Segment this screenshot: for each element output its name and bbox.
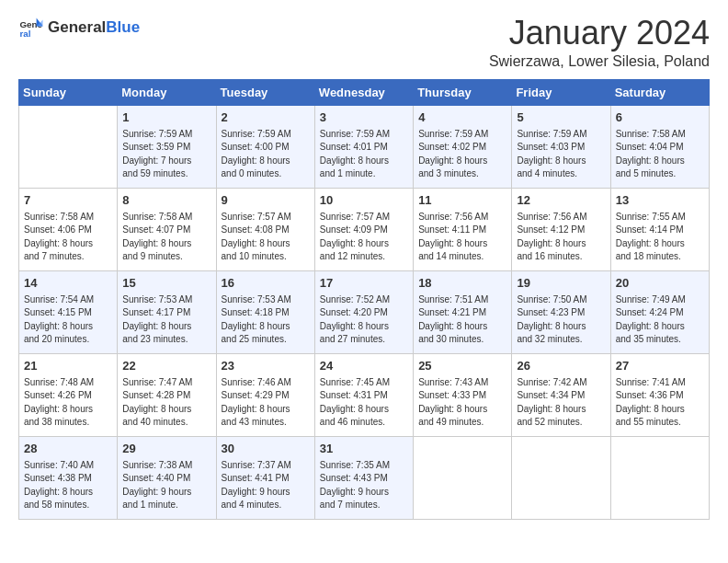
day-number: 8 [122,192,210,209]
day-info: Sunrise: 7:59 AM Sunset: 4:03 PM Dayligh… [517,128,605,181]
calendar-cell: 31Sunrise: 7:35 AM Sunset: 4:43 PM Dayli… [314,436,413,519]
day-info: Sunrise: 7:35 AM Sunset: 4:43 PM Dayligh… [320,459,408,512]
calendar-cell: 14Sunrise: 7:54 AM Sunset: 4:15 PM Dayli… [19,270,118,353]
day-number: 27 [616,358,704,374]
day-info: Sunrise: 7:37 AM Sunset: 4:41 PM Dayligh… [222,459,310,512]
day-number: 31 [320,441,408,457]
calendar-cell: 18Sunrise: 7:51 AM Sunset: 4:21 PM Dayli… [414,270,512,353]
day-info: Sunrise: 7:59 AM Sunset: 4:00 PM Dayligh… [222,128,310,181]
logo-general: General [48,18,106,36]
day-number: 3 [320,109,408,126]
calendar-cell: 21Sunrise: 7:48 AM Sunset: 4:26 PM Dayli… [19,353,118,436]
day-number: 23 [222,358,310,374]
calendar-cell: 15Sunrise: 7:53 AM Sunset: 4:17 PM Dayli… [118,270,216,353]
day-number: 24 [320,358,408,374]
day-number: 9 [222,192,310,209]
svg-text:ral: ral [19,29,30,39]
month-title: January 2024 [489,15,710,52]
day-info: Sunrise: 7:59 AM Sunset: 4:02 PM Dayligh… [418,128,506,181]
weekday-header-tuesday: Tuesday [216,79,314,105]
day-number: 26 [517,358,605,374]
header: Gene ral GeneralBlue January 2024 Swierz… [18,15,710,70]
day-info: Sunrise: 7:41 AM Sunset: 4:36 PM Dayligh… [616,376,704,430]
day-number: 10 [320,192,408,209]
day-number: 22 [122,358,210,374]
calendar-cell: 30Sunrise: 7:37 AM Sunset: 4:41 PM Dayli… [216,436,314,519]
weekday-header-saturday: Saturday [610,79,709,105]
day-info: Sunrise: 7:58 AM Sunset: 4:04 PM Dayligh… [616,128,704,181]
calendar-cell: 8Sunrise: 7:58 AM Sunset: 4:07 PM Daylig… [118,188,216,270]
calendar-week-2: 7Sunrise: 7:58 AM Sunset: 4:06 PM Daylig… [19,188,710,270]
calendar-cell: 12Sunrise: 7:56 AM Sunset: 4:12 PM Dayli… [512,188,610,270]
calendar-cell: 27Sunrise: 7:41 AM Sunset: 4:36 PM Dayli… [610,353,709,436]
calendar-week-4: 21Sunrise: 7:48 AM Sunset: 4:26 PM Dayli… [19,353,710,436]
logo: Gene ral GeneralBlue [18,15,140,40]
calendar-cell: 19Sunrise: 7:50 AM Sunset: 4:23 PM Dayli… [512,270,610,353]
calendar-cell: 11Sunrise: 7:56 AM Sunset: 4:11 PM Dayli… [414,188,512,270]
calendar-cell: 29Sunrise: 7:38 AM Sunset: 4:40 PM Dayli… [118,436,216,519]
day-info: Sunrise: 7:40 AM Sunset: 4:38 PM Dayligh… [24,459,112,512]
day-number: 30 [222,441,310,457]
day-number: 11 [418,192,506,209]
day-info: Sunrise: 7:51 AM Sunset: 4:21 PM Dayligh… [418,293,506,347]
weekday-header-wednesday: Wednesday [314,79,413,105]
day-number: 28 [24,441,112,457]
calendar-cell: 16Sunrise: 7:53 AM Sunset: 4:18 PM Dayli… [216,270,314,353]
calendar-cell: 10Sunrise: 7:57 AM Sunset: 4:09 PM Dayli… [314,188,413,270]
calendar-body: 1Sunrise: 7:59 AM Sunset: 3:59 PM Daylig… [19,105,710,519]
day-info: Sunrise: 7:42 AM Sunset: 4:34 PM Dayligh… [517,376,605,430]
day-info: Sunrise: 7:45 AM Sunset: 4:31 PM Dayligh… [320,376,408,430]
day-info: Sunrise: 7:56 AM Sunset: 4:12 PM Dayligh… [517,211,605,264]
day-number: 14 [24,275,112,292]
logo-icon: Gene ral [18,15,44,40]
logo-blue: Blue [106,18,140,36]
day-info: Sunrise: 7:47 AM Sunset: 4:28 PM Dayligh… [122,376,210,430]
calendar-cell: 25Sunrise: 7:43 AM Sunset: 4:33 PM Dayli… [414,353,512,436]
day-info: Sunrise: 7:57 AM Sunset: 4:08 PM Dayligh… [222,211,310,264]
day-info: Sunrise: 7:43 AM Sunset: 4:33 PM Dayligh… [418,376,506,430]
day-info: Sunrise: 7:58 AM Sunset: 4:06 PM Dayligh… [24,211,112,264]
day-info: Sunrise: 7:58 AM Sunset: 4:07 PM Dayligh… [122,211,210,264]
day-info: Sunrise: 7:54 AM Sunset: 4:15 PM Dayligh… [24,293,112,347]
calendar-cell: 7Sunrise: 7:58 AM Sunset: 4:06 PM Daylig… [19,188,118,270]
calendar-cell [19,105,118,188]
title-section: January 2024 Swierzawa, Lower Silesia, P… [489,15,710,70]
day-info: Sunrise: 7:56 AM Sunset: 4:11 PM Dayligh… [418,211,506,264]
calendar-cell: 6Sunrise: 7:58 AM Sunset: 4:04 PM Daylig… [610,105,709,188]
calendar-cell [512,436,610,519]
day-number: 2 [222,109,310,126]
day-number: 21 [24,358,112,374]
calendar-cell: 28Sunrise: 7:40 AM Sunset: 4:38 PM Dayli… [19,436,118,519]
day-number: 5 [517,109,605,126]
day-info: Sunrise: 7:59 AM Sunset: 3:59 PM Dayligh… [122,128,210,181]
weekday-header-thursday: Thursday [414,79,512,105]
calendar-table: SundayMondayTuesdayWednesdayThursdayFrid… [18,79,710,520]
day-info: Sunrise: 7:49 AM Sunset: 4:24 PM Dayligh… [616,293,704,347]
day-number: 13 [616,192,704,209]
calendar-cell: 3Sunrise: 7:59 AM Sunset: 4:01 PM Daylig… [314,105,413,188]
calendar-cell: 2Sunrise: 7:59 AM Sunset: 4:00 PM Daylig… [216,105,314,188]
calendar-week-3: 14Sunrise: 7:54 AM Sunset: 4:15 PM Dayli… [19,270,710,353]
day-number: 7 [24,192,112,209]
day-number: 16 [222,275,310,292]
day-number: 29 [122,441,210,457]
calendar-cell [610,436,709,519]
calendar-cell: 1Sunrise: 7:59 AM Sunset: 3:59 PM Daylig… [118,105,216,188]
calendar-cell: 4Sunrise: 7:59 AM Sunset: 4:02 PM Daylig… [414,105,512,188]
calendar-cell: 22Sunrise: 7:47 AM Sunset: 4:28 PM Dayli… [118,353,216,436]
location-title: Swierzawa, Lower Silesia, Poland [489,53,710,70]
calendar-cell: 5Sunrise: 7:59 AM Sunset: 4:03 PM Daylig… [512,105,610,188]
day-number: 1 [122,109,210,126]
day-number: 25 [418,358,506,374]
day-number: 12 [517,192,605,209]
calendar-cell: 26Sunrise: 7:42 AM Sunset: 4:34 PM Dayli… [512,353,610,436]
calendar-week-5: 28Sunrise: 7:40 AM Sunset: 4:38 PM Dayli… [19,436,710,519]
day-info: Sunrise: 7:55 AM Sunset: 4:14 PM Dayligh… [616,211,704,264]
calendar-cell: 24Sunrise: 7:45 AM Sunset: 4:31 PM Dayli… [314,353,413,436]
calendar-cell: 13Sunrise: 7:55 AM Sunset: 4:14 PM Dayli… [610,188,709,270]
day-info: Sunrise: 7:50 AM Sunset: 4:23 PM Dayligh… [517,293,605,347]
day-number: 18 [418,275,506,292]
day-info: Sunrise: 7:57 AM Sunset: 4:09 PM Dayligh… [320,211,408,264]
day-number: 4 [418,109,506,126]
weekday-header-monday: Monday [118,79,216,105]
